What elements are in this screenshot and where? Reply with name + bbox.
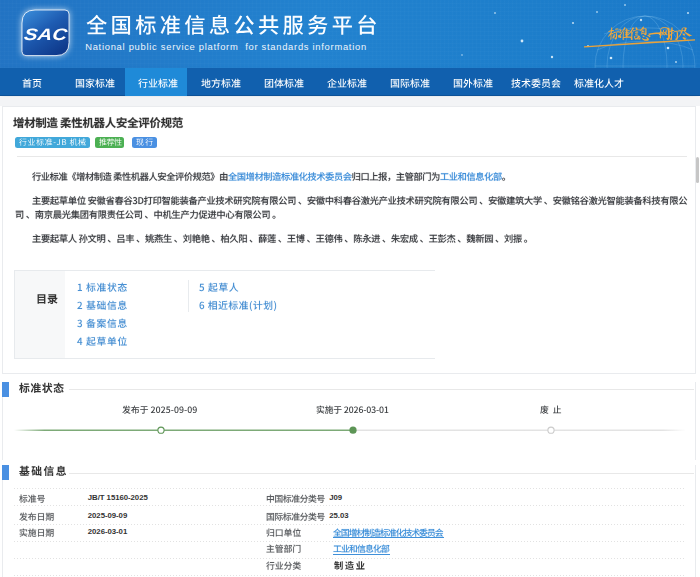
svg-text:SAC: SAC: [23, 25, 69, 44]
